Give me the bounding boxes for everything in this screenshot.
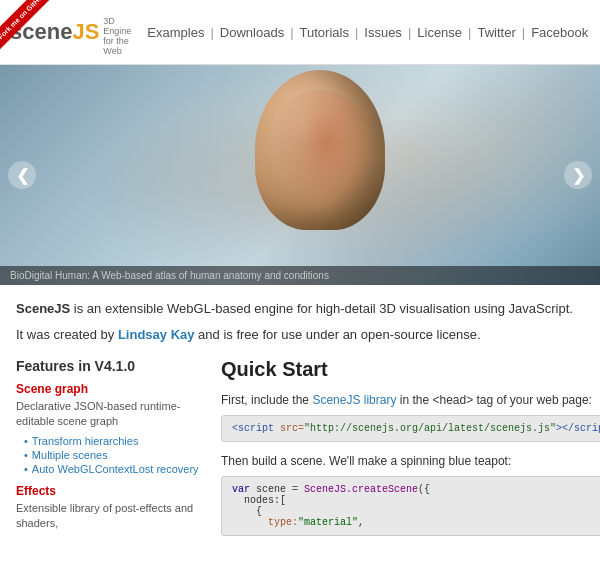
content-columns: Features in V4.1.0 Scene graph Declarati… <box>16 358 584 546</box>
github-ribbon-text: Fork me on GitHub <box>0 0 56 50</box>
scenejs-library-link[interactable]: SceneJS library <box>312 393 396 407</box>
intro-line2: It was created by Lindsay Kay and is fre… <box>16 325 584 345</box>
nav-twitter[interactable]: Twitter <box>471 25 521 40</box>
scene-graph-label: Scene graph <box>16 382 201 396</box>
list-item-transform[interactable]: Transform hierarchies <box>24 434 201 448</box>
qs-text1-post: in the <head> tag of your web page: <box>400 393 592 407</box>
logo-subtitle: 3D Engine for the Web <box>103 16 131 56</box>
list-item-multiple[interactable]: Multiple scenes <box>24 448 201 462</box>
quick-start-title: Quick Start <box>221 358 600 381</box>
nav-downloads[interactable]: Downloads <box>214 25 290 40</box>
nav-issues[interactable]: Issues <box>358 25 408 40</box>
scene-graph-desc: Declarative JSON-based runtime-editable … <box>16 399 201 430</box>
github-ribbon[interactable]: Fork me on GitHub <box>0 0 60 60</box>
intro-line2-post: and is free for use under an open-source… <box>198 327 481 342</box>
intro-line1-text: is an extensible WebGL-based engine for … <box>74 301 573 316</box>
code-block-scene: var scene = SceneJS.createScene({ nodes:… <box>221 476 600 536</box>
nav-examples[interactable]: Examples <box>141 25 210 40</box>
hero-overlay <box>0 65 600 285</box>
hero-caption: BioDigital Human: A Web-based atlas of h… <box>0 266 600 285</box>
logo-js: JS <box>72 19 99 44</box>
quick-start-text1: First, include the SceneJS library in th… <box>221 391 600 409</box>
intro-section: SceneJS is an extensible WebGL-based eng… <box>16 299 584 344</box>
features-title: Features in V4.1.0 <box>16 358 201 374</box>
hero-next-button[interactable]: ❯ <box>564 161 592 189</box>
list-item-webgl[interactable]: Auto WebGLContextLost recovery <box>24 462 201 476</box>
main-content: SceneJS is an extensible WebGL-based eng… <box>0 285 600 560</box>
code-block-script: <script src="http://scenejs.org/api/late… <box>221 415 600 442</box>
nav-license[interactable]: License <box>411 25 468 40</box>
effects-label: Effects <box>16 484 201 498</box>
scene-graph-list: Transform hierarchies Multiple scenes Au… <box>16 434 201 476</box>
quick-start-text2: Then build a scene. We'll make a spinnin… <box>221 452 600 470</box>
header: Fork me on GitHub sceneJS 3D Engine for … <box>0 0 600 65</box>
left-column: Features in V4.1.0 Scene graph Declarati… <box>16 358 201 546</box>
lindsay-kay-link[interactable]: Lindsay Kay <box>118 327 195 342</box>
scenejs-brand: SceneJS <box>16 301 70 316</box>
intro-line2-pre: It was created by <box>16 327 118 342</box>
qs-text1-pre: First, include the <box>221 393 312 407</box>
right-column: Quick Start First, include the SceneJS l… <box>221 358 600 546</box>
hero-section: ❮ ❯ BioDigital Human: A Web-based atlas … <box>0 65 600 285</box>
effects-desc: Extensible library of post-effects and s… <box>16 501 201 532</box>
nav-facebook[interactable]: Facebook <box>525 25 594 40</box>
nav-tutorials[interactable]: Tutorials <box>294 25 355 40</box>
intro-line1: SceneJS is an extensible WebGL-based eng… <box>16 299 584 319</box>
hero-prev-button[interactable]: ❮ <box>8 161 36 189</box>
main-nav: Examples | Downloads | Tutorials | Issue… <box>141 25 594 40</box>
hero-image <box>0 65 600 285</box>
